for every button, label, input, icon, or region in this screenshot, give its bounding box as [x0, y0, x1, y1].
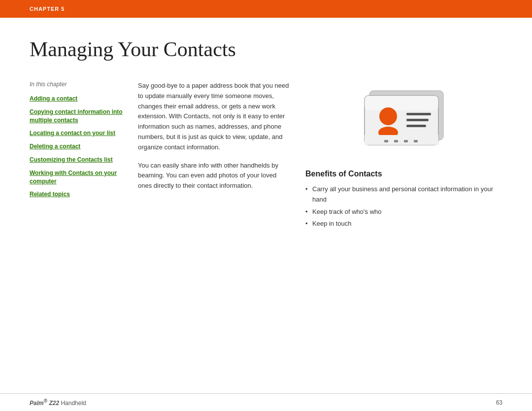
paragraph-1: Say good-bye to a paper address book tha…	[138, 81, 291, 153]
chapter-label: CHAPTER 5	[30, 6, 65, 12]
benefit-item-3: Keep in touch	[305, 219, 502, 229]
toc-link-copying-contact[interactable]: Copying contact information into multipl…	[30, 108, 128, 125]
svg-rect-2	[365, 96, 438, 110]
paragraph-2: You can easily share info with other han…	[138, 161, 291, 191]
footer-page-number: 63	[496, 399, 502, 406]
svg-rect-5	[365, 135, 438, 145]
columns-layout: In this chapter Adding a contact Copying…	[30, 81, 502, 231]
benefits-title: Benefits of Contacts	[305, 170, 502, 178]
header-bar: CHAPTER 5	[0, 0, 532, 18]
svg-point-3	[379, 107, 397, 125]
footer-product-name: Palm® Z22	[30, 400, 59, 407]
footer: Palm® Z22 Handheld 63	[0, 393, 532, 411]
svg-rect-10	[394, 140, 398, 142]
benefits-list: Carry all your business and personal con…	[305, 184, 502, 229]
svg-rect-8	[406, 125, 426, 127]
in-this-chapter-label: In this chapter	[30, 81, 128, 88]
benefits-section: Benefits of Contacts Carry all your busi…	[305, 170, 502, 231]
benefit-item-2: Keep track of who's who	[305, 207, 502, 217]
toc-link-related-topics[interactable]: Related topics	[30, 190, 128, 199]
toc-link-working-with-contacts[interactable]: Working with Contacts on your computer	[30, 169, 128, 186]
svg-rect-9	[384, 140, 388, 142]
footer-product: Palm® Z22 Handheld	[30, 398, 86, 407]
toc-link-deleting-contact[interactable]: Deleting a contact	[30, 142, 128, 151]
left-column: In this chapter Adding a contact Copying…	[30, 81, 138, 204]
middle-column: Say good-bye to a paper address book tha…	[138, 81, 305, 199]
right-column: Benefits of Contacts Carry all your busi…	[305, 81, 502, 231]
toc-link-adding-contact[interactable]: Adding a contact	[30, 95, 128, 103]
svg-rect-12	[414, 140, 418, 142]
benefit-item-1: Carry all your business and personal con…	[305, 184, 502, 205]
page-title: Managing Your Contacts	[30, 37, 502, 61]
toc-link-customizing-contacts[interactable]: Customizing the Contacts list	[30, 156, 128, 164]
svg-rect-11	[404, 140, 408, 142]
footer-product-suffix: Handheld	[61, 400, 86, 407]
svg-rect-6	[406, 113, 431, 115]
contact-card-illustration	[355, 81, 453, 160]
main-content: Managing Your Contacts In this chapter A…	[0, 18, 532, 246]
toc-link-locating-contact[interactable]: Locating a contact on your list	[30, 129, 128, 137]
svg-rect-7	[406, 119, 429, 121]
